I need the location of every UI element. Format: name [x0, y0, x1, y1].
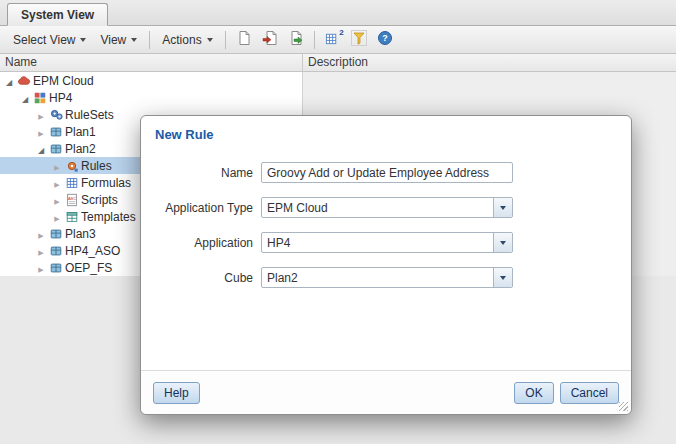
view-menu-label: View: [100, 33, 126, 47]
filter-button[interactable]: [346, 28, 372, 51]
expand-icon[interactable]: [19, 91, 31, 105]
application-type-dropdown-button[interactable]: [493, 198, 512, 217]
application-dropdown-button[interactable]: [493, 233, 512, 252]
cube-field-row: Cube Plan2: [141, 267, 631, 288]
deploy-icon: [288, 30, 304, 49]
chevron-down-icon: [80, 38, 86, 42]
rules-icon: [63, 159, 81, 173]
app-window: System View Select View View Actions: [0, 0, 676, 444]
dialog-title: New Rule: [141, 116, 631, 142]
cancel-button[interactable]: Cancel: [560, 382, 619, 404]
chevron-down-icon: [500, 206, 506, 210]
chevron-down-icon: [500, 276, 506, 280]
new-object-button[interactable]: [231, 28, 257, 51]
help-icon: ?: [377, 30, 393, 49]
expand-icon[interactable]: [35, 227, 47, 241]
chevron-down-icon: [500, 241, 506, 245]
expand-icon[interactable]: [51, 210, 63, 224]
import-icon: [262, 30, 278, 49]
new-rule-dialog: New Rule Name Application Type EPM Cloud…: [140, 115, 632, 415]
toolbar-separator: [149, 31, 150, 49]
application-type-label: Application Type: [141, 201, 261, 215]
cube-dropdown-button[interactable]: [493, 268, 512, 287]
application-type-field-row: Application Type EPM Cloud: [141, 197, 631, 218]
view-menu[interactable]: View: [93, 29, 144, 51]
application-field-row: Application HP4: [141, 232, 631, 253]
actions-menu[interactable]: Actions: [155, 29, 219, 51]
filter-icon: [351, 30, 367, 49]
chevron-down-icon: [131, 38, 137, 42]
dialog-form: Name Application Type EPM Cloud Applicat…: [141, 142, 631, 288]
templates-icon: [63, 210, 81, 224]
svg-text:ABC: ABC: [68, 196, 76, 200]
cube-select[interactable]: Plan2: [261, 267, 513, 288]
tree-node-label: Scripts: [81, 193, 118, 207]
expand-icon[interactable]: [35, 142, 47, 156]
cloud-icon: [15, 73, 33, 88]
tree-node-label: RuleSets: [65, 108, 114, 122]
toolbar-separator: [225, 31, 226, 49]
expand-icon[interactable]: [3, 74, 15, 88]
expand-icon[interactable]: [51, 176, 63, 190]
cube-icon: [47, 227, 65, 241]
tab-system-view[interactable]: System View: [7, 3, 108, 26]
validate-button[interactable]: 2: [320, 28, 346, 51]
tree-node-label: HP4: [49, 91, 72, 105]
tree-node-epm-cloud[interactable]: EPM Cloud: [0, 72, 302, 89]
cube-value: Plan2: [262, 268, 493, 287]
scripts-icon: ABC: [63, 193, 81, 207]
expand-icon[interactable]: [35, 108, 47, 122]
cube-icon: [47, 261, 65, 275]
help-button[interactable]: Help: [153, 382, 200, 404]
application-icon: [31, 91, 49, 105]
column-header-description: Description: [303, 54, 676, 71]
expand-icon[interactable]: [35, 125, 47, 139]
tree-node-label: Plan1: [65, 125, 96, 139]
tree-node-label: EPM Cloud: [33, 74, 94, 88]
column-header-row: Name Description: [0, 54, 676, 72]
toolbar-separator: [314, 31, 315, 49]
import-button[interactable]: [257, 28, 283, 51]
select-view-menu[interactable]: Select View: [6, 29, 93, 51]
tree-node-label: Rules: [81, 159, 112, 173]
expand-icon[interactable]: [35, 261, 47, 275]
formulas-icon: [63, 176, 81, 190]
application-type-select[interactable]: EPM Cloud: [261, 197, 513, 218]
expand-icon[interactable]: [35, 244, 47, 258]
tree-node-hp4[interactable]: HP4: [0, 89, 302, 106]
expand-icon[interactable]: [51, 193, 63, 207]
resize-grip[interactable]: [619, 402, 628, 411]
expand-icon[interactable]: [51, 159, 63, 173]
application-value: HP4: [262, 233, 493, 252]
tab-label: System View: [21, 8, 94, 22]
dialog-footer: Help OK Cancel: [141, 370, 631, 414]
cube-icon: [47, 244, 65, 258]
application-select[interactable]: HP4: [261, 232, 513, 253]
validate-badge: 2: [339, 29, 343, 37]
application-label: Application: [141, 236, 261, 250]
tree-node-label: OEP_FS: [65, 261, 112, 275]
tree-node-label: Templates: [81, 210, 136, 224]
ok-button[interactable]: OK: [514, 382, 553, 404]
toolbar: Select View View Actions: [0, 26, 676, 54]
tree-node-label: HP4_ASO: [65, 244, 120, 258]
select-view-menu-label: Select View: [13, 33, 75, 47]
name-field-row: Name: [141, 162, 631, 183]
validate-icon: [325, 31, 340, 49]
cube-label: Cube: [141, 271, 261, 285]
toolbar-help-button[interactable]: ?: [372, 28, 398, 51]
name-field-label: Name: [141, 166, 261, 180]
tree-node-label: Plan2: [65, 142, 96, 156]
name-input[interactable]: [261, 162, 513, 183]
tab-bar: System View: [0, 0, 676, 26]
rulesets-icon: [47, 107, 65, 122]
new-document-icon: [236, 30, 252, 49]
chevron-down-icon: [207, 38, 213, 42]
actions-menu-label: Actions: [162, 33, 201, 47]
cube-icon: [47, 125, 65, 139]
tree-node-label: Plan3: [65, 227, 96, 241]
deploy-button[interactable]: [283, 28, 309, 51]
application-type-value: EPM Cloud: [262, 198, 493, 217]
tree-node-label: Formulas: [81, 176, 131, 190]
svg-text:?: ?: [382, 33, 388, 43]
